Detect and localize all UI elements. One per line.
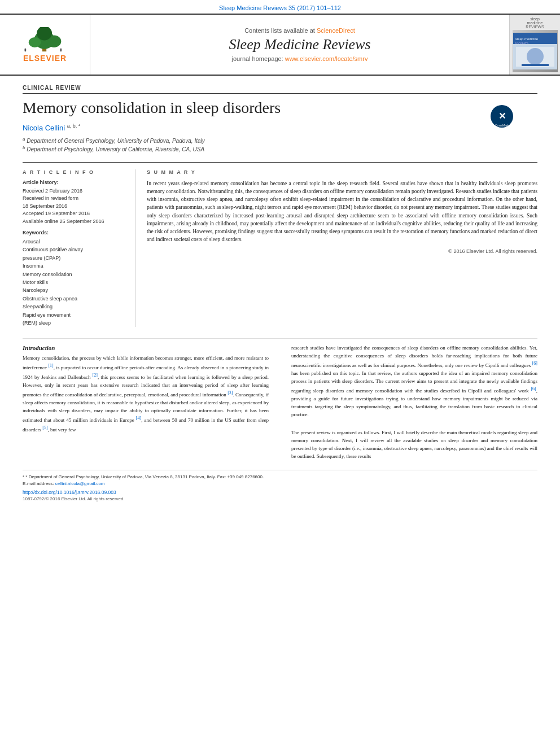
keywords-list: Arousal Continuous positive airway press… (23, 238, 126, 327)
svg-text:REVIEWS: REVIEWS (515, 41, 529, 45)
copyright-line: © 2016 Elsevier Ltd. All rights reserved… (147, 248, 537, 254)
summary-text: In recent years sleep-related memory con… (147, 180, 537, 244)
elsevier-text: ELSEVIER (23, 54, 67, 63)
affiliation-a-text: Department of General Psychology, Univer… (27, 138, 205, 144)
elsevier-logo-section: ELSEVIER (0, 15, 90, 75)
author-superscripts: a, b, * (67, 123, 81, 129)
affiliation-b: b Department of Psychology, University o… (23, 145, 537, 152)
intro-paragraph-3: The present review is organized as follo… (291, 429, 537, 461)
journal-title-banner: Sleep Medicine Reviews (229, 36, 370, 53)
svg-text:CrossMark: CrossMark (495, 124, 509, 127)
main-content: Introduction Memory consolidation, the p… (23, 338, 537, 460)
homepage-label: journal homepage: (232, 55, 283, 62)
right-column: research studies have investigated the c… (286, 344, 537, 460)
homepage-url[interactable]: www.elsevier.com/locate/smrv (285, 55, 368, 62)
crossmark-icon[interactable]: ✕ CrossMark (489, 104, 515, 129)
footnote-issn: 1087-0792/© 2016 Elsevier Ltd. All right… (23, 496, 537, 501)
footnote-section: * * Department of General Psychology, Un… (23, 470, 537, 501)
svg-rect-6 (60, 48, 62, 51)
date-0: Received 2 February 2016Received in revi… (23, 188, 104, 224)
article-info-heading: A R T I C L E I N F O (23, 169, 126, 175)
journal-ref-text: Sleep Medicine Reviews 35 (2017) 101–112 (219, 5, 341, 11)
history-dates: Received 2 February 2016Received in revi… (23, 187, 126, 226)
svg-text:✕: ✕ (498, 111, 506, 121)
summary-heading: S U M M A R Y (147, 169, 537, 175)
journal-thumbnail: sleepmedicineREVIEWS sleep medicine REVI… (509, 15, 560, 75)
journal-cover-image: sleep medicine REVIEWS (513, 30, 558, 72)
journal-center-info: Contents lists available at ScienceDirec… (90, 15, 509, 75)
footnote-email-label: E-mail address: (23, 481, 54, 486)
footnote-star: * * Department of General Psychology, Un… (23, 474, 537, 480)
author-line: Nicola Cellini a, b, * (23, 123, 537, 132)
sciencedirect-link[interactable]: ScienceDirect (317, 27, 355, 34)
homepage-line: journal homepage: www.elsevier.com/locat… (232, 55, 368, 62)
article-info-column: A R T I C L E I N F O Article history: R… (23, 169, 135, 327)
svg-point-2 (29, 37, 41, 47)
contents-label: Contents lists available at (244, 27, 315, 34)
footnote-doi[interactable]: http://dx.doi.org/10.1016/j.smrv.2016.09… (23, 490, 537, 495)
history-label: Article history: (23, 180, 126, 185)
footnote-email[interactable]: cellini.nicola@gmail.com (55, 481, 105, 486)
affiliation-b-text: Department of Psychology, University of … (27, 147, 204, 153)
svg-point-12 (527, 48, 544, 65)
summary-section: S U M M A R Y In recent years sleep-rela… (147, 169, 537, 327)
introduction-heading: Introduction (23, 344, 269, 351)
intro-paragraph-1: Memory consolidation, the process by whi… (23, 355, 269, 434)
left-column: Introduction Memory consolidation, the p… (23, 344, 274, 460)
footnote-address: * Department of General Psychology, Univ… (25, 474, 264, 479)
svg-rect-13 (522, 64, 549, 66)
article-title: Memory consolidation in sleep disorders (23, 98, 537, 117)
elsevier-tree-icon (5, 27, 85, 53)
title-row: Memory consolidation in sleep disorders … (23, 98, 537, 117)
article-type-label: CLINICAL REVIEW (23, 85, 537, 94)
article-body: CLINICAL REVIEW Memory consolidation in … (0, 76, 560, 513)
keywords-label: Keywords: (23, 230, 126, 235)
info-summary-section: A R T I C L E I N F O Article history: R… (23, 162, 537, 327)
author-name[interactable]: Nicola Cellini (23, 124, 65, 132)
affiliations: a Department of General Psychology, Univ… (23, 137, 537, 153)
svg-text:sleep medicine: sleep medicine (515, 37, 539, 41)
intro-paragraph-2: research studies have investigated the c… (291, 344, 537, 418)
svg-rect-5 (25, 48, 27, 51)
journal-reference: Sleep Medicine Reviews 35 (2017) 101–112 (0, 0, 560, 14)
page: Sleep Medicine Reviews 35 (2017) 101–112… (0, 0, 560, 747)
contents-line: Contents lists available at ScienceDirec… (244, 27, 355, 34)
footnote-email-line: E-mail address: cellini.nicola@gmail.com (23, 480, 537, 487)
journal-banner: ELSEVIER Contents lists available at Sci… (0, 14, 560, 76)
affiliation-a: a Department of General Psychology, Univ… (23, 137, 537, 144)
